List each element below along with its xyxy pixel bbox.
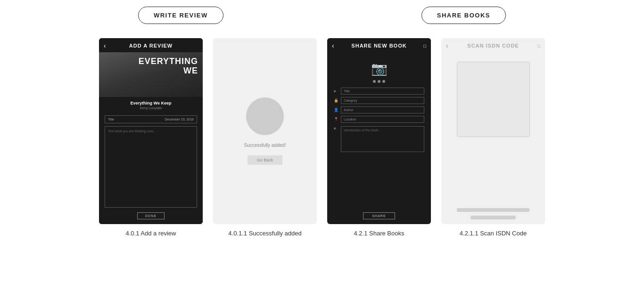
expand-icon[interactable]: □ xyxy=(423,43,426,48)
title-field-icon: ■ xyxy=(334,89,339,93)
write-review-button[interactable]: WRITE REVIEW xyxy=(138,7,223,24)
text-area-placeholder: Text what you are thinking now... xyxy=(108,129,156,133)
book-cover-text: EVERYTHINGWE xyxy=(139,57,198,76)
date-label: December 23, 2016 xyxy=(165,118,194,121)
scan-back-arrow-icon[interactable]: ‹ xyxy=(446,42,448,49)
scan-bar-2 xyxy=(471,216,516,219)
share-back-arrow-icon[interactable]: ‹ xyxy=(332,42,334,49)
review-text-area[interactable]: Text what you are thinking now... xyxy=(105,126,197,208)
author-field-icon: 👤 xyxy=(334,108,339,112)
back-arrow-icon[interactable]: ‹ xyxy=(104,42,106,49)
done-button-wrapper: DONE xyxy=(105,212,197,219)
book-author: Kerry Lonsdale xyxy=(104,106,198,110)
go-back-button[interactable]: Go Back xyxy=(248,155,283,165)
scan-bar-1 xyxy=(457,208,529,212)
screen-add-review: ‹ ADD A REVIEW EVERYTHINGWE Everything W… xyxy=(99,38,203,224)
share-form: ■ Title 🔒 Category 👤 Author 📍 Location xyxy=(327,88,431,209)
share-bottom: SHARE xyxy=(327,209,431,224)
share-top-bar: ‹ SHARE NEW BOOK □ xyxy=(327,38,431,52)
page-container: WRITE REVIEW SHARE BOOKS ‹ ADD A REVIEW … xyxy=(0,0,644,282)
screen-label-success: 4.0.1.1 Successfully added xyxy=(228,230,301,237)
dot-1 xyxy=(373,80,376,83)
category-field[interactable]: Category xyxy=(341,97,424,104)
dot-3 xyxy=(382,80,385,83)
intro-icon: ■ xyxy=(334,126,339,130)
book-cover-area: EVERYTHINGWE xyxy=(99,52,203,97)
author-field[interactable]: Author xyxy=(341,106,424,113)
screens-row: ‹ ADD A REVIEW EVERYTHINGWE Everything W… xyxy=(99,38,545,237)
intro-area: ■ Introduction of the book... xyxy=(334,126,424,152)
share-title: SHARE NEW BOOK xyxy=(351,43,406,48)
screen-label-scan: 4.2.1.1 Scan ISDN Code xyxy=(460,230,527,237)
share-books-button[interactable]: SHARE BOOKS xyxy=(421,7,506,24)
done-button[interactable]: DONE xyxy=(137,212,165,219)
scan-bottom xyxy=(441,202,545,224)
category-field-icon: 🔒 xyxy=(334,98,339,103)
screen-label-add-review: 4.0.1 Add a review xyxy=(126,230,176,237)
book-info: Everything We Keep Kerry Lonsdale xyxy=(99,97,203,113)
scan-top-bar: ‹ SCAN ISDN CODE □ xyxy=(441,38,545,52)
scan-area xyxy=(441,52,545,202)
screen-success: Successfully added! Go Back xyxy=(213,38,317,224)
add-review-top-bar: ‹ ADD A REVIEW xyxy=(99,38,203,52)
screen-item-add-review: ‹ ADD A REVIEW EVERYTHINGWE Everything W… xyxy=(99,38,203,237)
camera-area: 📷 xyxy=(327,52,431,88)
top-buttons-row: WRITE REVIEW SHARE BOOKS xyxy=(0,7,644,24)
dot-2 xyxy=(378,80,380,83)
location-field-icon: 📍 xyxy=(334,117,339,121)
avatar-circle xyxy=(246,97,284,135)
review-form: Title December 23, 2016 Text what you ar… xyxy=(99,113,203,224)
field-row-title: ■ Title xyxy=(334,88,424,95)
title-date-row: Title December 23, 2016 xyxy=(105,115,197,123)
share-button[interactable]: SHARE xyxy=(363,212,395,219)
title-label: Title xyxy=(108,118,114,121)
title-field[interactable]: Title xyxy=(341,88,424,95)
add-review-title: ADD A REVIEW xyxy=(129,43,173,48)
field-row-author: 👤 Author xyxy=(334,106,424,113)
scan-title: SCAN ISDN CODE xyxy=(467,43,519,48)
screen-share: ‹ SHARE NEW BOOK □ 📷 ■ xyxy=(327,38,431,224)
field-row-location: 📍 Location xyxy=(334,116,424,123)
book-title: Everything We Keep xyxy=(104,101,198,105)
screen-label-share: 4.2.1 Share Books xyxy=(354,230,405,237)
screen-scan: ‹ SCAN ISDN CODE □ xyxy=(441,38,545,224)
screen-item-scan: ‹ SCAN ISDN CODE □ 4.2.1.1 Scan ISDN Cod… xyxy=(441,38,545,237)
field-row-category: 🔒 Category xyxy=(334,97,424,104)
dots-row xyxy=(373,80,385,83)
location-field[interactable]: Location xyxy=(341,116,424,123)
scan-expand-icon[interactable]: □ xyxy=(537,43,540,48)
screen-item-success: Successfully added! Go Back 4.0.1.1 Succ… xyxy=(213,38,317,237)
scan-box xyxy=(457,62,530,137)
intro-textarea[interactable]: Introduction of the book... xyxy=(341,126,424,152)
success-text: Successfully added! xyxy=(244,143,286,148)
camera-icon[interactable]: 📷 xyxy=(371,61,388,76)
screen-item-share: ‹ SHARE NEW BOOK □ 📷 ■ xyxy=(327,38,431,237)
